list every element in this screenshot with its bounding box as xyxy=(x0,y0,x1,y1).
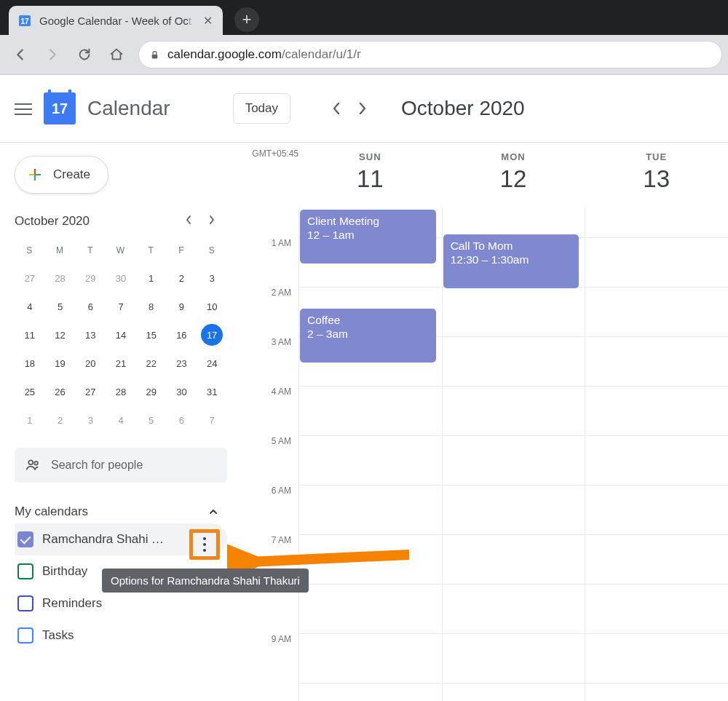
day-of-week-label: MON xyxy=(442,151,585,162)
mini-day[interactable]: 12 xyxy=(45,321,76,349)
browser-toolbar: calendar.google.com/calendar/u/1/r xyxy=(0,35,728,74)
day-column[interactable]: Call To Mom12:30 – 1:30am xyxy=(442,208,585,701)
hour-label: 5 AM xyxy=(233,436,298,486)
event-time: 12 – 1am xyxy=(307,228,429,242)
next-period-button[interactable] xyxy=(350,96,375,121)
tooltip: Options for Ramchandra Shahi Thakuri xyxy=(102,569,309,593)
day-header[interactable]: TUE13 xyxy=(585,143,728,208)
mini-dow: T xyxy=(136,236,167,264)
mini-day[interactable]: 1 xyxy=(15,406,45,435)
mini-day[interactable]: 24 xyxy=(197,349,227,378)
kebab-icon xyxy=(203,536,206,553)
create-button-label: Create xyxy=(53,167,90,182)
mini-day[interactable]: 30 xyxy=(167,378,197,406)
mini-day[interactable]: 3 xyxy=(75,406,106,435)
day-column[interactable]: Client Meeting12 – 1amCoffee2 – 3am xyxy=(298,208,442,701)
browser-tab[interactable]: 17 Google Calendar - Week of Oct ✕ xyxy=(9,6,223,35)
timezone-label: GMT+05:45 xyxy=(233,148,303,159)
mini-day[interactable]: 19 xyxy=(45,349,76,378)
mini-day[interactable]: 23 xyxy=(167,349,197,378)
hour-label: 1 AM xyxy=(233,238,298,288)
hour-label: 3 AM xyxy=(233,337,298,387)
mini-day[interactable]: 29 xyxy=(75,264,106,293)
mini-day[interactable]: 9 xyxy=(167,293,197,321)
mini-day[interactable]: 30 xyxy=(106,264,136,293)
mini-prev-month-button[interactable] xyxy=(185,215,198,228)
day-column[interactable] xyxy=(585,208,728,701)
people-icon xyxy=(25,457,41,473)
mini-day[interactable]: 18 xyxy=(15,349,45,378)
url-text: calendar.google.com/calendar/u/1/r xyxy=(167,47,361,62)
day-number: 13 xyxy=(585,165,728,193)
mini-day[interactable]: 5 xyxy=(136,406,167,435)
hour-label: 2 AM xyxy=(233,288,298,337)
calendar-checkbox[interactable] xyxy=(17,595,33,611)
mini-day[interactable]: 3 xyxy=(197,264,227,293)
mini-day[interactable]: 15 xyxy=(136,321,167,349)
calendar-checkbox[interactable] xyxy=(17,563,33,579)
event-title: Call To Mom xyxy=(451,239,572,253)
svg-point-3 xyxy=(28,460,33,464)
calendar-event[interactable]: Call To Mom12:30 – 1:30am xyxy=(443,234,579,288)
today-button[interactable]: Today xyxy=(233,93,290,124)
home-button[interactable] xyxy=(102,40,131,69)
address-bar[interactable]: calendar.google.com/calendar/u/1/r xyxy=(138,41,722,68)
mini-day[interactable]: 4 xyxy=(15,293,45,321)
calendar-checkbox[interactable] xyxy=(17,627,33,643)
reload-button[interactable] xyxy=(70,40,99,69)
mini-day[interactable]: 26 xyxy=(45,378,76,406)
mini-day[interactable]: 28 xyxy=(45,264,76,293)
calendar-label: Birthday xyxy=(42,564,87,579)
hour-label: 4 AM xyxy=(233,387,298,436)
mini-day[interactable]: 29 xyxy=(136,378,167,406)
calendar-event[interactable]: Client Meeting12 – 1am xyxy=(300,210,436,264)
mini-day[interactable]: 25 xyxy=(15,378,45,406)
mini-day[interactable]: 14 xyxy=(106,321,136,349)
mini-day[interactable]: 16 xyxy=(167,321,197,349)
mini-next-month-button[interactable] xyxy=(208,215,221,228)
main-menu-button[interactable] xyxy=(15,100,32,117)
mini-day[interactable]: 20 xyxy=(75,349,106,378)
arrow-right-icon xyxy=(44,47,60,63)
mini-day[interactable]: 2 xyxy=(167,264,197,293)
my-calendars-header[interactable]: My calendars xyxy=(15,504,227,519)
mini-day[interactable]: 2 xyxy=(45,406,76,435)
back-button[interactable] xyxy=(6,40,35,69)
mini-day[interactable]: 11 xyxy=(15,321,45,349)
calendar-event[interactable]: Coffee2 – 3am xyxy=(300,309,436,363)
mini-day[interactable]: 28 xyxy=(106,378,136,406)
close-tab-icon[interactable]: ✕ xyxy=(203,14,213,28)
mini-day[interactable]: 7 xyxy=(106,293,136,321)
mini-day[interactable]: 6 xyxy=(75,293,106,321)
mini-dow: S xyxy=(15,236,45,264)
calendar-options-button[interactable] xyxy=(189,529,220,560)
mini-day[interactable]: 4 xyxy=(106,406,136,435)
create-button[interactable]: Create xyxy=(15,156,108,194)
search-people-input[interactable]: Search for people xyxy=(15,448,227,483)
time-grid[interactable]: 1 AM2 AM3 AM4 AM5 AM6 AM7 AM8 AM9 AM Cli… xyxy=(233,208,728,701)
mini-day[interactable]: 10 xyxy=(197,293,227,321)
mini-day[interactable]: 7 xyxy=(197,406,227,435)
mini-day[interactable]: 27 xyxy=(75,378,106,406)
mini-day[interactable]: 27 xyxy=(15,264,45,293)
mini-day[interactable]: 21 xyxy=(106,349,136,378)
arrow-left-icon xyxy=(12,47,28,63)
calendar-logo-icon: 17 xyxy=(44,92,76,124)
mini-day[interactable]: 17 xyxy=(201,324,223,346)
chevron-up-icon xyxy=(208,507,218,517)
calendar-item[interactable]: Tasks xyxy=(15,619,227,652)
mini-day[interactable]: 22 xyxy=(136,349,167,378)
prev-period-button[interactable] xyxy=(324,96,349,121)
search-people-placeholder: Search for people xyxy=(51,459,143,472)
sidebar: Create October 2020 SMTWTFS2728293012345… xyxy=(0,143,233,701)
mini-day[interactable]: 5 xyxy=(45,293,76,321)
mini-day[interactable]: 13 xyxy=(75,321,106,349)
calendar-checkbox[interactable] xyxy=(17,531,33,547)
mini-day[interactable]: 31 xyxy=(197,378,227,406)
day-header[interactable]: MON12 xyxy=(442,143,585,208)
new-tab-button[interactable]: + xyxy=(234,7,259,32)
mini-day[interactable]: 6 xyxy=(167,406,197,435)
mini-day[interactable]: 8 xyxy=(136,293,167,321)
mini-day[interactable]: 1 xyxy=(136,264,167,293)
day-header[interactable]: SUN11 xyxy=(298,143,442,208)
